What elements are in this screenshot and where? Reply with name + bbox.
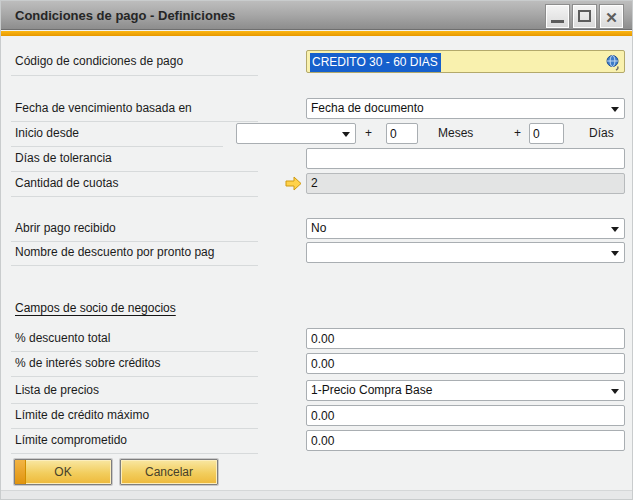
limite-credito-label: Límite de crédito máximo	[15, 408, 149, 422]
chevron-down-icon	[342, 132, 350, 137]
lista-precios-label: Lista de precios	[15, 383, 99, 397]
ok-button-accent	[15, 460, 26, 484]
window-title: Condiciones de pago - Definiciones	[15, 1, 235, 30]
abrir-pago-label: Abrir pago recibido	[15, 221, 116, 235]
limite-comprometido-label: Límite comprometido	[15, 433, 127, 447]
maximize-button[interactable]	[572, 4, 597, 29]
cancel-button[interactable]: Cancelar	[120, 459, 218, 485]
chevron-down-icon	[611, 227, 619, 232]
interes-creditos-input[interactable]	[306, 353, 625, 374]
interes-creditos-label: % de interés sobre créditos	[15, 356, 160, 370]
payment-terms-dialog: Condiciones de pago - Definiciones ✕ Cód…	[0, 0, 633, 500]
accent-bar	[1, 31, 632, 36]
codigo-label: Código de condiciones de pago	[15, 54, 183, 68]
inicio-desde-dropdown[interactable]	[236, 123, 356, 144]
descuento-total-input[interactable]	[306, 328, 625, 349]
section-campos-socio: Campos de socio de negocios	[15, 301, 176, 315]
dias-label: Días	[589, 126, 614, 140]
orange-link-arrow-icon[interactable]	[285, 176, 302, 195]
dias-tolerancia-label: Días de tolerancia	[15, 151, 112, 165]
limite-comprometido-input[interactable]	[306, 430, 625, 451]
fecha-vencimiento-label: Fecha de vencimiento basada en	[15, 101, 192, 115]
cantidad-cuotas-label: Cantidad de cuotas	[15, 176, 118, 190]
title-bar: Condiciones de pago - Definiciones ✕	[1, 1, 632, 30]
dias-input[interactable]	[529, 123, 564, 144]
descuento-total-label: % descuento total	[15, 331, 110, 345]
globe-icon[interactable]	[605, 54, 621, 74]
descuento-pronto-dropdown[interactable]	[306, 242, 625, 263]
close-icon: ✕	[600, 6, 623, 29]
descuento-pronto-label: Nombre de descuento por pronto pag	[15, 245, 214, 259]
plus-dias-sign: +	[514, 126, 521, 140]
chevron-down-icon	[611, 251, 619, 256]
window-bottom-edge	[1, 490, 632, 499]
lista-precios-value: 1-Precio Compra Base	[311, 383, 432, 397]
chevron-down-icon	[611, 107, 619, 112]
codigo-selected-text: CREDITO 30 - 60 DIAS	[310, 53, 441, 72]
inicio-desde-label: Inicio desde	[15, 126, 79, 140]
meses-label: Meses	[438, 126, 473, 140]
plus-meses-sign: +	[365, 126, 372, 140]
minimize-icon	[551, 20, 564, 23]
cantidad-cuotas-value: 2	[311, 176, 318, 190]
cancel-button-label: Cancelar	[145, 465, 193, 479]
lista-precios-dropdown[interactable]: 1-Precio Compra Base	[306, 380, 625, 401]
abrir-pago-value: No	[311, 221, 326, 235]
ok-button-label: OK	[54, 465, 71, 479]
meses-input[interactable]	[386, 123, 418, 144]
fecha-vencimiento-dropdown[interactable]: Fecha de documento	[306, 98, 625, 119]
chevron-down-icon	[611, 389, 619, 394]
limite-credito-input[interactable]	[306, 405, 625, 426]
cantidad-cuotas-field: 2	[306, 173, 625, 194]
ok-button[interactable]: OK	[14, 459, 112, 485]
close-button[interactable]: ✕	[599, 4, 624, 29]
codigo-input[interactable]: CREDITO 30 - 60 DIAS	[306, 50, 625, 73]
maximize-icon	[578, 10, 591, 22]
minimize-button[interactable]	[545, 4, 570, 29]
fecha-vencimiento-value: Fecha de documento	[311, 101, 424, 115]
dias-tolerancia-input[interactable]	[306, 148, 625, 169]
abrir-pago-dropdown[interactable]: No	[306, 218, 625, 239]
